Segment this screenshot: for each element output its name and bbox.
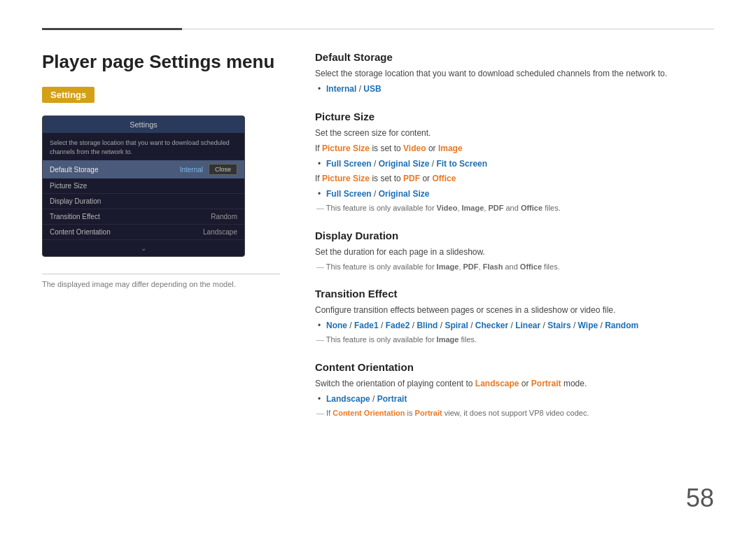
mockup-menu-row-0[interactable]: Picture Size (43, 178, 244, 194)
top-border-right (182, 29, 714, 29)
note-pdf2: PDF (463, 262, 479, 271)
section-display-duration: Display Duration Set the duration for ea… (315, 230, 714, 273)
original-size-label2: Original Size (379, 189, 430, 199)
bullet-picture-size-2: Full Screen / Original Size (326, 188, 714, 200)
full-screen-label: Full Screen (326, 159, 372, 169)
note-office: Office (521, 204, 542, 212)
picture-size-cond2: If Picture Size is set to PDF or Office (315, 172, 714, 185)
section-title-default-storage: Default Storage (315, 51, 714, 63)
section-title-content-orientation: Content Orientation (315, 361, 714, 373)
highlight-internal: Internal (326, 84, 356, 94)
page-container: Player page Settings menu Settings Setti… (0, 0, 756, 534)
mockup-menu-label-2: Transition Effect (50, 213, 100, 220)
picture-size-label2: Picture Size (322, 174, 370, 183)
fade1-label: Fade1 (354, 321, 379, 330)
display-duration-note: This feature is only available for Image… (315, 261, 714, 273)
fit-to-screen-label: Fit to Screen (436, 159, 487, 169)
linear-label: Linear (515, 321, 540, 330)
footnote-section: The displayed image may differ depending… (42, 274, 280, 288)
bullet-orientation: Landscape / Portrait (326, 393, 714, 405)
footnote-text: The displayed image may differ depending… (42, 280, 280, 288)
section-desc-display-duration: Set the duration for each page in a slid… (315, 246, 714, 258)
bullet-transition: None / Fade1 / Fade2 / Blind / Spiral / … (326, 319, 714, 332)
section-content-orientation: Content Orientation Switch the orientati… (315, 361, 714, 419)
content-area: Player page Settings menu Settings Setti… (42, 51, 714, 506)
mockup-selected-row[interactable]: Default Storage Internal Close (43, 160, 244, 178)
note-pdf: PDF (488, 204, 503, 212)
top-border (42, 28, 714, 30)
note-office2: Office (520, 262, 542, 271)
section-title-display-duration: Display Duration (315, 230, 714, 241)
top-border-left (42, 28, 182, 30)
none-label: None (326, 321, 347, 330)
section-desc-transition-effect: Configure transition effects between pag… (315, 304, 714, 316)
office-label: Office (432, 174, 456, 183)
mockup-description: Select the storage location that you wan… (43, 133, 244, 160)
blind-label: Blind (416, 321, 438, 330)
mockup-selected-value: Internal (180, 166, 203, 174)
left-column: Player page Settings menu Settings Setti… (42, 51, 280, 506)
note-image2: Image (437, 262, 459, 271)
mockup-menu-label-1: Display Duration (50, 197, 101, 205)
note-video: Video (437, 204, 458, 212)
bullet-picture-size-1: Full Screen / Original Size / Fit to Scr… (326, 157, 714, 170)
slash1: / (374, 159, 379, 169)
full-screen-label2: Full Screen (326, 189, 372, 199)
mockup-menu-row-3[interactable]: Content Orientation Landscape (43, 225, 244, 240)
spiral-label: Spiral (444, 321, 468, 330)
picture-size-cond1: If Picture Size is set to Video or Image (315, 142, 714, 155)
mockup-menu-value-2: Random (211, 213, 237, 220)
highlight-usb: USB (363, 84, 381, 94)
picture-size-label1: Picture Size (322, 143, 370, 153)
mockup-header: Settings (43, 116, 244, 133)
bullet-default-storage: Internal / USB (326, 83, 714, 95)
fade2-label: Fade2 (386, 321, 410, 330)
wipe-label: Wipe (578, 321, 598, 330)
mockup-menu-label-3: Content Orientation (50, 228, 111, 236)
section-desc-picture-size: Set the screen size for content. (315, 127, 714, 139)
mockup-chevron: ⌄ (43, 240, 244, 256)
settings-mockup: Settings Select the storage location tha… (42, 115, 245, 257)
image-label: Image (438, 143, 463, 153)
section-title-picture-size: Picture Size (315, 111, 714, 122)
pdf-label: PDF (403, 174, 420, 183)
mockup-selected-label: Default Storage (50, 166, 99, 174)
landscape-label: Landscape (475, 379, 519, 388)
checker-label: Checker (475, 321, 508, 330)
portrait-label: Portrait (531, 379, 561, 388)
mockup-menu-label-0: Picture Size (50, 182, 87, 190)
portrait-note-label: Portrait (415, 409, 442, 417)
mockup-menu-row-2[interactable]: Transition Effect Random (43, 209, 244, 225)
transition-note: This feature is only available for Image… (315, 334, 714, 346)
content-orientation-note-label: Content Orientation (332, 409, 405, 417)
settings-badge: Settings (42, 87, 94, 103)
mockup-menu-row-1[interactable]: Display Duration (43, 194, 244, 209)
orientation-note: If Content Orientation is Portrait view,… (315, 407, 714, 419)
picture-size-note: This feature is only available for Video… (315, 202, 714, 214)
section-title-transition-effect: Transition Effect (315, 288, 714, 300)
right-column: Default Storage Select the storage locat… (308, 51, 714, 506)
mockup-menu-value-3: Landscape (203, 228, 237, 236)
video-label: Video (403, 143, 426, 153)
slash3: / (374, 189, 379, 199)
note-flash: Flash (483, 262, 503, 271)
portrait-option: Portrait (377, 394, 407, 404)
note-image3: Image (437, 335, 459, 344)
stairs-label: Stairs (547, 321, 570, 330)
section-default-storage: Default Storage Select the storage locat… (315, 51, 714, 95)
section-picture-size: Picture Size Set the screen size for con… (315, 111, 714, 214)
section-desc-content-orientation: Switch the orientation of playing conten… (315, 377, 714, 390)
random-label: Random (605, 321, 638, 330)
note-image: Image (462, 204, 484, 212)
section-transition-effect: Transition Effect Configure transition e… (315, 288, 714, 346)
mockup-close-btn[interactable]: Close (209, 164, 237, 175)
landscape-option: Landscape (326, 394, 370, 404)
page-number: 58 (686, 484, 714, 513)
original-size-label: Original Size (379, 159, 430, 169)
section-desc-default-storage: Select the storage location that you wan… (315, 67, 714, 80)
page-title: Player page Settings menu (42, 51, 280, 73)
